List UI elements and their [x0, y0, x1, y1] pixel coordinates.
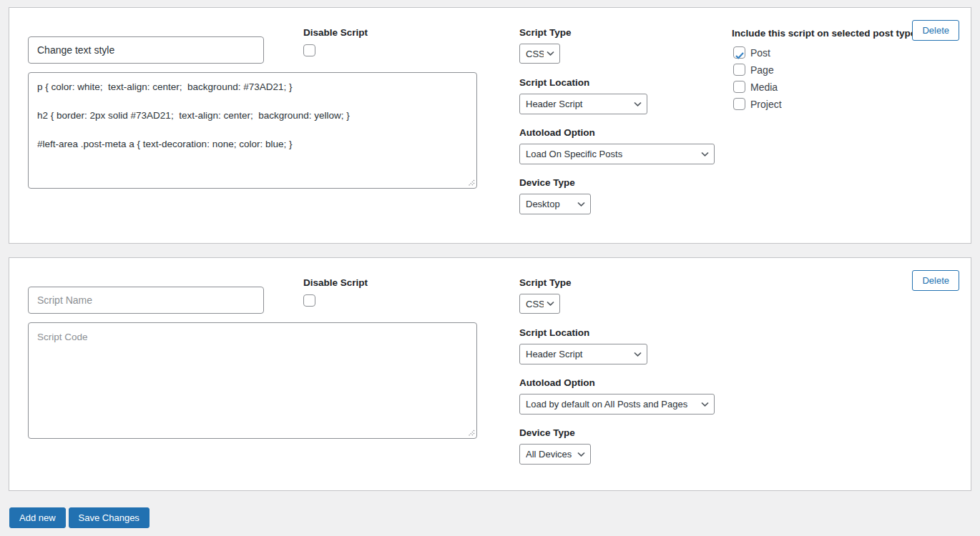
device-type-select-wrap: All Devices: [519, 444, 591, 465]
disable-script-checkbox[interactable]: [303, 294, 315, 307]
disable-script-checkbox[interactable]: [303, 44, 315, 56]
scripts-settings-page: p { color: white; text-align: center; ba…: [0, 0, 980, 536]
script-location-label: Script Location: [519, 77, 589, 88]
post-types-list: Post Page Media: [733, 46, 782, 110]
post-type-label: Project: [750, 99, 782, 110]
script-code-wrap: p { color: white; text-align: center; ba…: [28, 72, 477, 189]
delete-script-button[interactable]: Delete: [912, 20, 959, 41]
script-panel-1: p { color: white; text-align: center; ba…: [9, 7, 971, 244]
script-name-input[interactable]: [28, 36, 264, 64]
autoload-option-label: Autoload Option: [519, 377, 595, 388]
check-icon: [735, 49, 744, 62]
post-type-label: Media: [750, 81, 778, 93]
script-type-select-wrap: CSS: [519, 44, 560, 64]
post-type-label: Post: [750, 47, 770, 59]
delete-script-button[interactable]: Delete: [912, 270, 959, 291]
script-code-wrap: [28, 322, 477, 439]
post-type-checkbox-post[interactable]: [733, 46, 745, 59]
device-type-select-wrap: Desktop: [519, 194, 591, 214]
script-location-label: Script Location: [519, 327, 589, 338]
script-name-input[interactable]: [28, 287, 264, 314]
post-type-row-media: Media: [733, 81, 782, 93]
device-type-select[interactable]: Desktop: [520, 194, 590, 214]
post-type-row-post: Post: [733, 46, 782, 59]
script-code-textarea[interactable]: [28, 322, 477, 439]
post-type-row-page: Page: [733, 64, 782, 76]
autoload-option-label: Autoload Option: [519, 127, 595, 138]
add-new-button[interactable]: Add new: [9, 507, 66, 528]
disable-script-label: Disable Script: [303, 277, 368, 288]
autoload-option-select-wrap: Load On Specific Posts: [519, 144, 715, 164]
script-type-label: Script Type: [519, 27, 572, 38]
post-type-row-project: Project: [733, 98, 782, 110]
script-type-select[interactable]: CSS: [520, 294, 559, 313]
disable-script-label: Disable Script: [303, 27, 368, 38]
footer-actions: Add new Save Changes: [9, 507, 150, 528]
post-type-label: Page: [750, 64, 774, 76]
script-code-textarea[interactable]: p { color: white; text-align: center; ba…: [28, 72, 477, 189]
script-type-select[interactable]: CSS: [520, 44, 559, 63]
save-changes-button[interactable]: Save Changes: [69, 507, 150, 528]
script-location-select[interactable]: Header Script: [520, 94, 647, 114]
device-type-label: Device Type: [519, 427, 575, 438]
device-type-select[interactable]: All Devices: [520, 445, 590, 464]
script-panel-2: Disable Script Script Type CSS Script Lo…: [9, 257, 971, 491]
device-type-label: Device Type: [519, 177, 575, 188]
autoload-option-select-wrap: Load by default on All Posts and Pages: [519, 394, 715, 415]
script-location-select-wrap: Header Script: [519, 94, 647, 114]
post-type-checkbox-page[interactable]: [733, 64, 745, 76]
post-type-checkbox-project[interactable]: [733, 98, 745, 110]
script-location-select[interactable]: Header Script: [520, 344, 647, 364]
autoload-option-select[interactable]: Load On Specific Posts: [520, 144, 714, 164]
script-type-select-wrap: CSS: [519, 294, 560, 314]
script-type-label: Script Type: [519, 277, 572, 288]
script-location-select-wrap: Header Script: [519, 344, 647, 364]
autoload-option-select[interactable]: Load by default on All Posts and Pages: [520, 394, 714, 414]
include-post-types-label: Include this script on selected post typ…: [732, 28, 924, 39]
post-type-checkbox-media[interactable]: [733, 81, 745, 93]
